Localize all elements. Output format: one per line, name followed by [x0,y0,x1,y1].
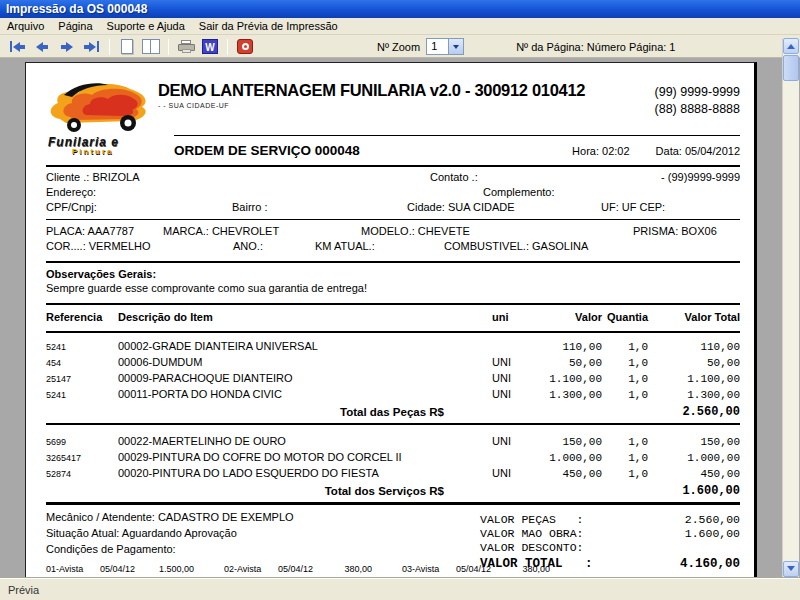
scroll-down-button[interactable] [783,561,799,577]
table-header-row: Referencia Descrição do Item uni Valor Q… [46,305,740,329]
prev-page-icon [36,42,43,52]
order-title: ORDEM DE SERVIÇO 000048 [174,143,546,158]
menu-bar: Arquivo Página Suporte e Ajuda Sair da P… [0,18,800,35]
vehicle-plate: PLACA: AAA7787 [46,224,163,239]
col-quantia: Quantia [602,310,654,325]
toolbar-separator [227,39,228,55]
first-page-button[interactable] [4,38,29,56]
scroll-up-button[interactable] [783,38,799,54]
valor-mao-obra-row: VALOR MAO OBRA:1.600,00 [480,527,740,541]
document-page: Funilaria e Pintura DEMO LANTERNAGEM FUN… [25,62,757,578]
vehicle-color: COR....: VERMELHO [46,239,233,254]
parts-total-label: Total das Peças R$ [46,404,654,420]
client-city: Cidade: SUA CIDADE [407,200,601,215]
table-row: 52874 00020-PINTURA DO LADO ESQUERDO DO … [46,466,740,482]
zoom-value: 1 [427,39,448,54]
phone-1: (99) 9999-9999 [622,84,740,101]
next-page-button[interactable] [54,38,79,56]
payment-entry: 01-Avista05/04/121.500,00 [46,562,224,576]
order-data: Data: 05/04/2012 [656,145,740,157]
word-icon: W [202,39,218,54]
chevron-down-icon [453,45,459,52]
client-complement: Complemento: [483,185,740,200]
col-uni: uni [492,310,528,325]
services-total-value: 1.600,00 [654,483,740,499]
valor-total-row: VALOR TOTAL :4.160,00 [480,557,740,571]
client-district: Bairro : [232,200,407,215]
status-text: Prévia [8,584,39,596]
client-uf-cep: UF: UF CEP: [601,200,740,215]
order-hora: Hora: 02:02 [572,145,629,157]
client-address: Endereço: [46,185,483,200]
client-cpf: CPF/Cnpj: [46,200,232,215]
window-title: Impressão da OS 000048 [6,2,147,16]
close-preview-button[interactable] [233,37,257,56]
table-row: 5241 00002-GRADE DIANTEIRA UNIVERSAL 110… [46,339,740,355]
window-titlebar[interactable]: Impressão da OS 000048 [0,0,800,18]
client-name: Cliente .: BRIZOLA [46,170,430,185]
menu-pagina[interactable]: Página [51,18,99,35]
two-page-icon [142,39,160,54]
header-divider [174,135,740,136]
table-row: 25147 00009-PARACHOQUE DIANTEIRO UNI 1.1… [46,371,740,387]
table-row: 5241 00011-PORTA DO HONDA CIVIC UNI 1.30… [46,387,740,403]
vehicle-km: KM ATUAL.: [315,239,444,254]
phone-2: (88) 8888-8888 [622,101,740,118]
footer-section: Mecânico / Atendente: CADASTRO DE EXEMPL… [46,505,740,578]
client-contact-value: - (99)9999-9999 [661,170,740,185]
preview-canvas: Funilaria e Pintura DEMO LANTERNAGEM FUN… [0,58,800,578]
parts-total-value: 2.560,00 [654,404,740,420]
two-page-view-button[interactable] [139,37,163,56]
valor-desconto-row: VALOR DESCONTO: [480,541,740,555]
scrollbar-thumb[interactable] [783,55,799,81]
table-row: 5699 00022-MAERTELINHO DE OURO UNI 150,0… [46,434,740,450]
col-valor-total: Valor Total [654,310,740,325]
items-table: Referencia Descrição do Item uni Valor Q… [46,305,740,505]
services-total-label: Total dos Serviços R$ [46,483,654,499]
company-subtitle: - - SUA CIDADE-UF [158,102,622,109]
vehicle-section: PLACA: AAA7787 MARCA.: CHEVROLET MODELO.… [46,220,740,259]
zoom-label: Nº Zoom [377,41,420,53]
logo-subname-text: Pintura [72,147,114,156]
col-descricao: Descrição do Item [118,310,492,325]
single-page-icon [121,39,133,54]
menu-arquivo[interactable]: Arquivo [0,18,51,35]
company-logo: Funilaria e Pintura [46,81,154,157]
valor-pecas-row: VALOR PEÇAS :2.560,00 [480,513,740,527]
toolbar-separator [168,39,169,55]
col-valor: Valor [528,310,602,325]
totals-summary: VALOR PEÇAS :2.560,00 VALOR MAO OBRA:1.6… [480,513,740,571]
payment-entry: 02-Avista05/04/12380,00 [224,562,402,576]
document-header: Funilaria e Pintura DEMO LANTERNAGEM FUN… [46,63,740,163]
vehicle-prisma: PRISMA: BOX06 [633,224,740,239]
toolbar-separator [109,39,110,55]
prev-page-button[interactable] [29,38,54,56]
print-button[interactable] [174,37,198,56]
first-page-icon [10,41,12,52]
menu-sair-previa[interactable]: Sair da Prévia de Impressão [192,18,345,35]
zoom-dropdown-button[interactable] [448,39,463,54]
page-number-info: Nº da Página: Número Página: 1 [516,41,675,53]
export-word-button[interactable]: W [198,37,222,56]
client-section: Cliente .: BRIZOLA Contato .: - (99)9999… [46,167,740,219]
order-title-row: ORDEM DE SERVIÇO 000048 Hora: 02:02 Data… [174,143,740,158]
vehicle-year: ANO.: [233,239,315,254]
table-row: 3265417 00029-PINTURA DO COFRE DO MOTOR … [46,450,740,466]
single-page-view-button[interactable] [115,37,139,56]
table-row: 454 00006-DUMDUM UNI 50,00 1,0 50,00 [46,355,740,371]
toolbar: W Nº Zoom 1 Nº da Página: Número Página:… [0,36,800,58]
company-title: DEMO LANTERNAGEM FUNILARIA v2.0 - 300912… [158,81,622,100]
client-contact-label: Contato .: [430,170,661,185]
observations-section: Observações Gerais: Sempre guarde esse c… [46,263,740,301]
parts-total-row: Total das Peças R$ 2.560,00 [46,404,740,420]
last-page-button[interactable] [79,38,104,56]
logo-car-graphic [46,81,154,133]
scroll-down-icon [787,566,795,575]
vertical-scrollbar[interactable] [782,38,799,577]
menu-suporte-ajuda[interactable]: Suporte e Ajuda [100,18,192,35]
zoom-select[interactable]: 1 [426,38,464,55]
vehicle-brand: MARCA.: CHEVROLET [163,224,361,239]
scroll-up-icon [787,40,795,49]
observations-label: Observações Gerais: [46,267,740,281]
vehicle-fuel: COMBUSTIVEL.: GASOLINA [444,239,740,254]
